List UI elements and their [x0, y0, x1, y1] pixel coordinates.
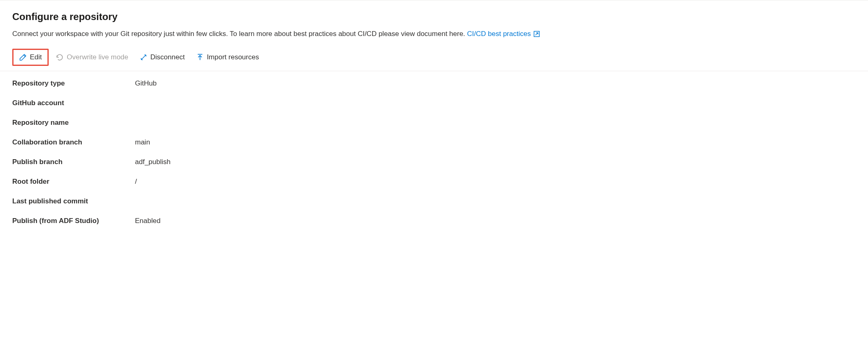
- cicd-best-practices-link[interactable]: CI/CD best practices: [467, 29, 540, 39]
- last-published-label: Last published commit: [12, 197, 135, 205]
- disconnect-button[interactable]: Disconnect: [136, 51, 189, 64]
- publish-branch-label: Publish branch: [12, 158, 135, 166]
- root-folder-value: /: [135, 178, 856, 186]
- import-icon: [196, 54, 204, 61]
- toolbar: Edit Overwrite live mode Disconnect: [0, 49, 868, 71]
- refresh-icon: [56, 54, 63, 61]
- repository-details: Repository type GitHub GitHub account Re…: [12, 79, 856, 225]
- edit-button[interactable]: Edit: [15, 51, 46, 64]
- publish-branch-value: adf_publish: [135, 158, 856, 166]
- link-text: CI/CD best practices: [467, 29, 531, 39]
- overwrite-live-mode-button: Overwrite live mode: [52, 51, 132, 64]
- repo-type-label: Repository type: [12, 79, 135, 88]
- repo-name-value: [135, 119, 856, 127]
- overwrite-label: Overwrite live mode: [67, 53, 128, 61]
- pencil-icon: [19, 54, 27, 61]
- github-account-value: [135, 99, 856, 107]
- svg-line-2: [143, 56, 144, 58]
- collab-branch-value: main: [135, 138, 856, 146]
- disconnect-label: Disconnect: [151, 53, 185, 61]
- disconnect-icon: [140, 54, 147, 61]
- edit-label: Edit: [30, 53, 42, 61]
- configure-repository-panel: Configure a repository Connect your work…: [0, 0, 868, 237]
- import-label: Import resources: [207, 53, 259, 61]
- page-title: Configure a repository: [12, 11, 856, 23]
- edit-highlight: Edit: [12, 49, 49, 66]
- description-text: Connect your workspace with your Git rep…: [12, 30, 465, 38]
- page-description: Connect your workspace with your Git rep…: [12, 29, 856, 39]
- publish-from-studio-label: Publish (from ADF Studio): [12, 217, 135, 225]
- collab-branch-label: Collaboration branch: [12, 138, 135, 146]
- import-resources-button[interactable]: Import resources: [192, 51, 263, 64]
- repo-type-value: GitHub: [135, 79, 856, 88]
- root-folder-label: Root folder: [12, 178, 135, 186]
- repo-name-label: Repository name: [12, 119, 135, 127]
- publish-from-studio-value: Enabled: [135, 217, 856, 225]
- external-link-icon: [533, 31, 540, 37]
- github-account-label: GitHub account: [12, 99, 135, 107]
- last-published-value: [135, 197, 856, 205]
